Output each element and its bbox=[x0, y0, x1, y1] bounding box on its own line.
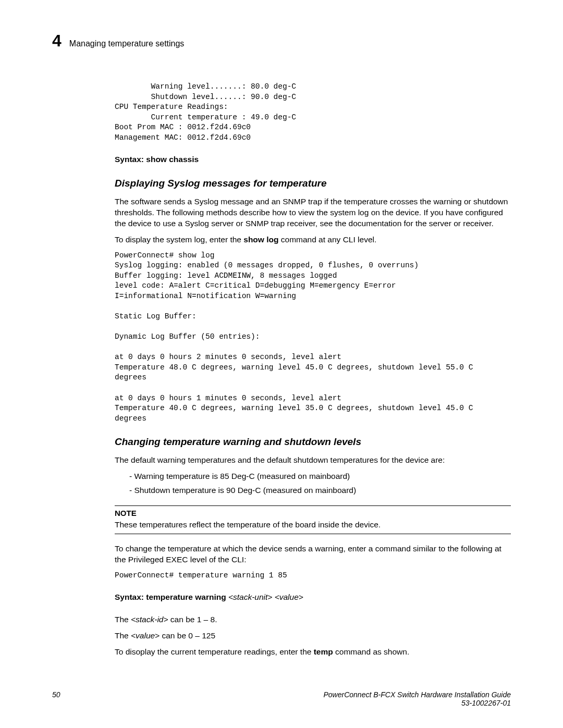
list-item: - Shutdown temperature is 90 Deg-C (meas… bbox=[129, 485, 511, 496]
note-heading: NOTE bbox=[115, 508, 511, 519]
paragraph: The <value> can be 0 – 125 bbox=[115, 631, 511, 641]
paragraph: The <stack-id> can be 1 – 8. bbox=[115, 614, 511, 625]
page: 4 Managing temperature settings Warning … bbox=[0, 0, 563, 728]
code-block-showlog: PowerConnect# show log Syslog logging: e… bbox=[115, 251, 511, 424]
syntax-temp-warning: Syntax: temperature warning <stack-unit>… bbox=[115, 592, 511, 603]
text: To display the system log, enter the bbox=[115, 235, 243, 244]
paragraph: To disoplay the current temperature read… bbox=[115, 647, 511, 658]
content-area: Warning level.......: 80.0 deg-C Shutdow… bbox=[115, 82, 511, 658]
heading-change-temp: Changing temperature warning and shutdow… bbox=[115, 435, 511, 449]
paragraph: The default warning temperatures and the… bbox=[115, 455, 511, 466]
syntax-command: show chassis bbox=[144, 155, 199, 164]
list-item: - Warning temperature is 85 Deg-C (measu… bbox=[129, 471, 511, 482]
divider bbox=[115, 534, 511, 534]
paragraph: The software sends a Syslog message and … bbox=[115, 196, 511, 229]
text: The bbox=[115, 631, 131, 640]
paragraph: To change the temperature at which the d… bbox=[115, 544, 511, 565]
text: command at any CLI level. bbox=[278, 235, 376, 244]
text: can be 0 – 125 bbox=[160, 631, 215, 640]
page-header: 4 Managing temperature settings bbox=[52, 31, 511, 51]
text: command as shown. bbox=[333, 647, 409, 656]
text: The bbox=[115, 615, 131, 624]
doc-number: 53-1002267-01 bbox=[324, 699, 511, 707]
doc-title: PowerConnect B-FCX Switch Hardware Insta… bbox=[324, 690, 511, 699]
command-name: show log bbox=[243, 235, 278, 244]
param: <value> bbox=[131, 631, 160, 640]
text: To disoplay the current temperature read… bbox=[115, 647, 314, 656]
syntax-args: <stack-unit> <value> bbox=[228, 593, 303, 601]
header-title: Managing temperature settings bbox=[69, 39, 185, 48]
page-number: 50 bbox=[52, 690, 60, 707]
syntax-label: Syntax: bbox=[115, 155, 144, 164]
chapter-number: 4 bbox=[52, 31, 62, 51]
syntax-show-chassis: Syntax: show chassis bbox=[115, 154, 511, 165]
divider bbox=[115, 505, 511, 506]
page-footer: 50 PowerConnect B-FCX Switch Hardware In… bbox=[52, 690, 511, 707]
syntax-label: Syntax: bbox=[115, 593, 144, 601]
syntax-command: temperature warning bbox=[144, 593, 228, 601]
paragraph: To display the system log, enter the sho… bbox=[115, 235, 511, 245]
note-body: These temperatures reflect the temperatu… bbox=[115, 520, 511, 530]
param: <stack-id> bbox=[131, 615, 168, 624]
footer-right: PowerConnect B-FCX Switch Hardware Insta… bbox=[324, 690, 511, 707]
heading-syslog: Displaying Syslog messages for temperatu… bbox=[115, 177, 511, 190]
code-block-tempwarn: PowerConnect# temperature warning 1 85 bbox=[115, 571, 511, 581]
code-block-chassis: Warning level.......: 80.0 deg-C Shutdow… bbox=[115, 82, 511, 143]
bullet-list: - Warning temperature is 85 Deg-C (measu… bbox=[129, 471, 511, 496]
command-name: temp bbox=[314, 647, 333, 656]
text: can be 1 – 8. bbox=[168, 615, 217, 624]
